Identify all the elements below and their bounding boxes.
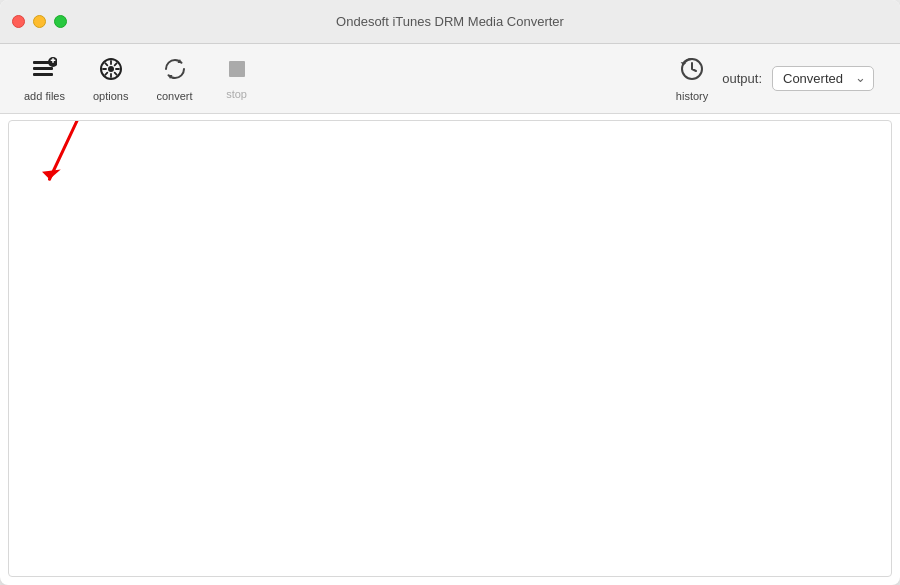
svg-rect-7 [229, 61, 245, 77]
close-button[interactable] [12, 15, 25, 28]
svg-rect-1 [33, 67, 53, 70]
add-files-button[interactable]: add files [10, 48, 79, 110]
svg-line-9 [50, 120, 80, 179]
stop-icon [226, 58, 248, 84]
add-files-icon [31, 56, 57, 86]
content-area [8, 120, 892, 577]
output-select[interactable]: Converted Desktop Documents Custom... [772, 66, 874, 91]
history-button[interactable]: history [662, 48, 722, 110]
svg-point-6 [108, 66, 114, 72]
output-area: output: Converted Desktop Documents Cust… [722, 66, 890, 91]
history-icon [679, 56, 705, 86]
traffic-lights [12, 15, 67, 28]
options-button[interactable]: options [79, 48, 142, 110]
toolbar: add files options [0, 44, 900, 114]
svg-rect-5 [53, 58, 55, 63]
history-label: history [676, 90, 708, 102]
stop-button[interactable]: stop [207, 50, 267, 108]
output-label: output: [722, 71, 762, 86]
window-title: Ondesoft iTunes DRM Media Converter [336, 14, 564, 29]
convert-icon [162, 56, 188, 86]
maximize-button[interactable] [54, 15, 67, 28]
options-icon [98, 56, 124, 86]
arrow-annotation [27, 120, 117, 233]
stop-label: stop [226, 88, 247, 100]
convert-label: convert [156, 90, 192, 102]
options-label: options [93, 90, 128, 102]
output-select-wrapper[interactable]: Converted Desktop Documents Custom... [772, 66, 874, 91]
add-files-label: add files [24, 90, 65, 102]
app-window: Ondesoft iTunes DRM Media Converter add … [0, 0, 900, 585]
svg-marker-10 [42, 170, 61, 180]
convert-button[interactable]: convert [142, 48, 206, 110]
titlebar: Ondesoft iTunes DRM Media Converter [0, 0, 900, 44]
svg-rect-2 [33, 73, 53, 76]
minimize-button[interactable] [33, 15, 46, 28]
